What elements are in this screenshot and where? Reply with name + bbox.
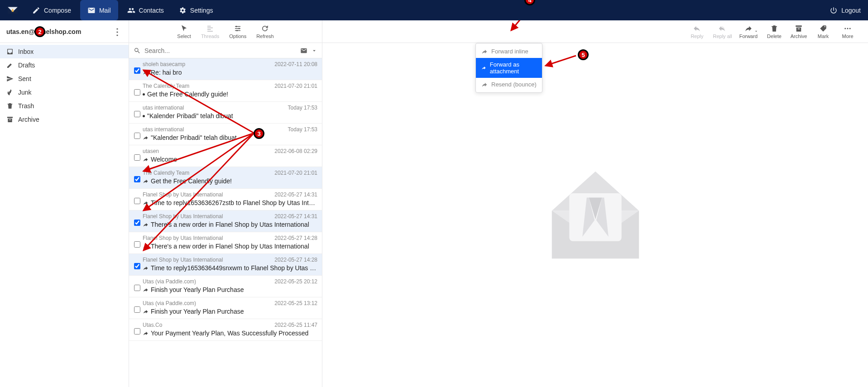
forward-icon [143, 200, 149, 206]
message-checkbox[interactable] [134, 154, 140, 161]
message-checkbox[interactable] [134, 89, 140, 96]
tool-delete[interactable]: Delete [766, 24, 783, 39]
tool-forward-caret[interactable] [754, 24, 758, 38]
folder-trash[interactable]: Trash [0, 99, 129, 113]
message-date: 2022-06-08 02:29 [274, 148, 317, 154]
folder-sent[interactable]: Sent [0, 72, 129, 86]
pencil-icon [6, 62, 14, 69]
message-row[interactable]: The Calendly Team2021-07-20 21:01Get the… [129, 80, 322, 102]
tool-refresh[interactable]: Refresh [256, 24, 274, 39]
tool-reply[interactable]: Reply [688, 24, 705, 39]
message-date: 2022-05-27 14:31 [274, 191, 317, 198]
message-date: 2022-05-27 14:28 [274, 257, 317, 263]
folder-label: Sent [18, 75, 31, 82]
tool-reply-all[interactable]: Reply all [713, 24, 732, 39]
forward-icon [143, 309, 149, 315]
forward-icon [143, 265, 149, 271]
message-from: Flanel Shop by Utas International [143, 191, 223, 198]
mail-icon [87, 6, 96, 14]
brand-logo [0, 5, 25, 16]
folder-drafts[interactable]: Drafts [0, 58, 129, 72]
message-date: 2022-05-25 20:12 [274, 278, 317, 285]
send-icon [6, 75, 14, 82]
search-row [129, 43, 322, 58]
trash-icon [770, 24, 778, 33]
dd-resend-bounce[interactable]: Resend (bounce) [476, 78, 542, 91]
message-row[interactable]: Flanel Shop by Utas International2022-05… [129, 254, 322, 276]
compose-icon [32, 6, 40, 14]
folder-inbox[interactable]: Inbox [0, 45, 129, 58]
message-from: Flanel Shop by Utas International [143, 213, 223, 220]
message-date: 2021-07-20 21:01 [274, 83, 317, 89]
annotation-badge-5: 5 [578, 49, 589, 60]
tool-more[interactable]: More [839, 24, 856, 39]
tag-icon [819, 24, 827, 33]
forward-icon [143, 135, 149, 141]
folder-label: Inbox [18, 48, 34, 55]
message-checkbox[interactable] [134, 111, 140, 117]
message-row[interactable]: Flanel Shop by Utas International2022-05… [129, 189, 322, 210]
nav-logout[interactable]: Logout [822, 0, 868, 20]
forward-icon [143, 70, 149, 76]
search-icon [134, 47, 141, 54]
message-checkbox[interactable] [134, 263, 140, 269]
message-row[interactable]: sholeh basecamp2022-07-11 20:08Re: hai b… [129, 58, 322, 80]
tool-archive[interactable]: Archive [790, 24, 807, 39]
forward-icon [481, 48, 488, 55]
message-row[interactable]: utas internationalToday 17:53"Kalender P… [129, 124, 322, 145]
tool-threads[interactable]: Threads [201, 24, 219, 39]
message-row[interactable]: Flanel Shop by Utas International2022-05… [129, 232, 322, 254]
message-checkbox[interactable] [134, 198, 140, 204]
nav-mail[interactable]: Mail [80, 0, 118, 20]
dd-forward-inline[interactable]: Forward inline [476, 45, 542, 58]
nav-settings[interactable]: Settings [171, 0, 221, 20]
message-checkbox[interactable] [134, 285, 140, 291]
view-toolbar: Reply Reply all Forward Delete Archive M… [322, 20, 868, 43]
nav-logout-label: Logout [841, 7, 861, 14]
folder-junk[interactable]: Junk [0, 86, 129, 99]
nav-contacts[interactable]: Contacts [120, 0, 171, 20]
tool-mark[interactable]: Mark [815, 24, 832, 39]
message-row[interactable]: Flanel Shop by Utas International2022-05… [129, 210, 322, 232]
message-view-pane: Reply Reply all Forward Delete Archive M… [322, 20, 868, 387]
message-row[interactable]: Utas.Co2022-05-25 11:47Your Payment Year… [129, 319, 322, 341]
account-menu-icon[interactable]: ⋮ [113, 27, 122, 36]
unread-dot-icon [143, 93, 145, 96]
message-checkbox[interactable] [134, 67, 140, 74]
message-row[interactable]: Utas (via Paddle.com)2022-05-25 20:12Fin… [129, 276, 322, 297]
message-checkbox[interactable] [134, 328, 140, 334]
forward-dropdown: Forward inline Forward as attachment Res… [475, 43, 542, 93]
empty-placeholder [322, 43, 868, 387]
message-date: 2022-07-11 20:08 [274, 61, 317, 67]
folder-archive[interactable]: Archive [0, 113, 129, 126]
message-subject: "Kalender Pribadi" telah dibuat [147, 112, 233, 119]
message-checkbox[interactable] [134, 133, 140, 139]
message-checkbox[interactable] [134, 241, 140, 248]
message-checkbox[interactable] [134, 220, 140, 226]
search-input[interactable] [144, 47, 297, 54]
nav-settings-label: Settings [190, 7, 213, 14]
message-row[interactable]: utasen2022-06-08 02:29Welcome [129, 145, 322, 167]
nav-mail-label: Mail [99, 7, 111, 14]
forward-icon [143, 178, 149, 184]
message-subject: Get the Free Calendly guide! [151, 177, 232, 185]
caret-down-icon [754, 29, 758, 33]
message-row[interactable]: The Calendly Team2021-07-20 21:01Get the… [129, 167, 322, 189]
dd-forward-attachment[interactable]: Forward as attachment [476, 58, 542, 78]
message-from: utas international [143, 126, 184, 133]
forward-icon [143, 287, 149, 293]
message-row[interactable]: Utas (via Paddle.com)2022-05-25 13:12Fin… [129, 297, 322, 319]
search-caret-icon[interactable] [311, 47, 317, 54]
message-row[interactable]: utas internationalToday 17:53"Kalender P… [129, 102, 322, 124]
message-list[interactable]: sholeh basecamp2022-07-11 20:08Re: hai b… [129, 58, 322, 387]
account-row: utas.en@flanelshop.com ⋮ [0, 20, 129, 43]
nav-compose[interactable]: Compose [25, 0, 78, 20]
tool-select[interactable]: Select [177, 24, 191, 39]
tool-options[interactable]: Options [229, 24, 246, 39]
cursor-icon [180, 24, 188, 33]
message-checkbox[interactable] [134, 176, 140, 182]
message-from: The Calendly Team [143, 83, 189, 89]
message-checkbox[interactable] [134, 306, 140, 313]
message-from: utas international [143, 105, 184, 111]
envelope-icon[interactable] [300, 47, 307, 54]
